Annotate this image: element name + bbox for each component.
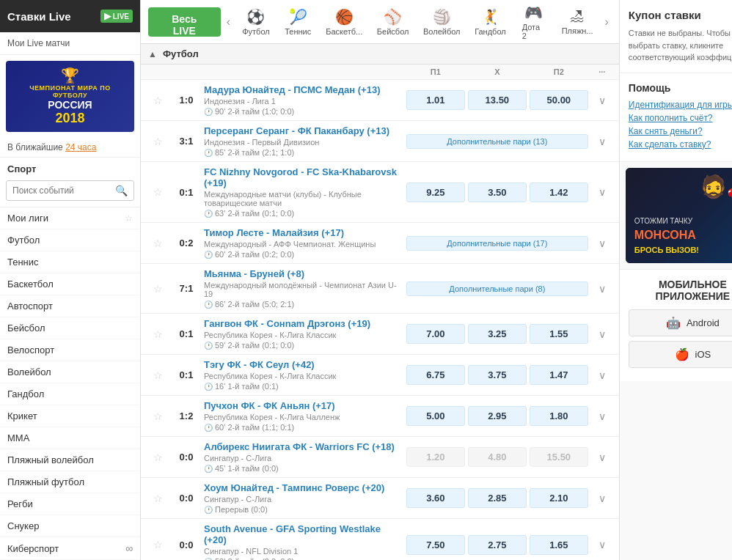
sidebar-item-beach-volleyball[interactable]: Пляжный волейбол <box>0 449 140 471</box>
sidebar-item-basketball[interactable]: Баскетбол <box>0 273 140 295</box>
p1-button[interactable]: 1.01 <box>406 90 465 110</box>
p2-button[interactable]: 1.42 <box>530 183 588 202</box>
help-link-deposit[interactable]: Как пополнить счёт? <box>629 113 732 123</box>
sidebar-item-autosport[interactable]: Автоспорт <box>0 295 140 317</box>
nav-right-arrow[interactable]: › <box>602 12 612 32</box>
russia-banner[interactable]: 🏆 ЧЕМПИОНАТ МИРА ПО ФУТБОЛУ РОССИЯ 2018 <box>6 61 134 132</box>
match-name[interactable]: Тимор Лесте - Малайзия (+17) <box>204 227 403 238</box>
favorite-button[interactable]: ☆ <box>153 369 163 381</box>
x-button[interactable]: 2.95 <box>468 406 527 426</box>
sport-tab-beach[interactable]: 🏖 Пляжн... <box>556 5 599 38</box>
p2-button[interactable]: 15.50 <box>530 447 588 467</box>
sport-tab-tennis[interactable]: 🎾 Теннис <box>279 5 318 39</box>
favorite-button[interactable]: ☆ <box>153 237 163 249</box>
match-name[interactable]: Мадура Юнайтед - ПСМС Медан (+13) <box>204 84 403 95</box>
expand-button[interactable]: ∨ <box>599 539 606 550</box>
favorite-button[interactable]: ☆ <box>153 452 163 463</box>
expand-button[interactable]: ∨ <box>599 136 606 147</box>
collapse-icon[interactable]: ▲ <box>148 49 157 59</box>
sport-tab-baseball[interactable]: ⚾ Бейсбол <box>371 5 414 39</box>
expand-button[interactable]: ∨ <box>599 283 606 295</box>
match-name[interactable]: Хоум Юнайтед - Тампинс Роверс (+20) <box>204 482 403 493</box>
sidebar-item-cycling[interactable]: Велоспорт <box>0 339 140 361</box>
sidebar-item-mma[interactable]: MMA <box>0 427 140 449</box>
expand-button[interactable]: ∨ <box>599 237 606 249</box>
x-button[interactable]: 4.80 <box>468 447 527 467</box>
sidebar-item-snooker[interactable]: Снукер <box>0 515 140 537</box>
x-button[interactable]: 3.25 <box>468 324 527 344</box>
p2-button[interactable]: 1.55 <box>530 324 588 344</box>
expand-button[interactable]: ∨ <box>599 410 606 422</box>
more-odds-button[interactable]: Дополнительные пари (8) <box>406 281 588 296</box>
expand-button[interactable]: ∨ <box>599 452 606 463</box>
sidebar-item-esports[interactable]: Киберспорт ∞ <box>0 537 140 560</box>
favorite-button[interactable]: ☆ <box>153 328 163 340</box>
expand-button[interactable]: ∨ <box>599 493 606 504</box>
favorite-button[interactable]: ☆ <box>153 493 163 504</box>
sidebar-item-rugby[interactable]: Регби <box>0 493 140 515</box>
all-live-button[interactable]: Весь LIVE <box>148 7 221 37</box>
sport-tab-basketball[interactable]: 🏀 Баскетб... <box>321 5 368 39</box>
search-input[interactable] <box>7 182 109 199</box>
favorite-button[interactable]: ☆ <box>153 136 163 147</box>
expand-button[interactable]: ∨ <box>599 328 606 340</box>
sport-tab-dota2[interactable]: 🎮 Дота 2 <box>515 1 553 43</box>
help-link-id[interactable]: Идентификация для игры <box>629 100 732 110</box>
p1-button[interactable]: 3.60 <box>406 488 465 508</box>
sidebar-item-football[interactable]: Футбол <box>0 229 140 251</box>
sidebar-item-beach-football[interactable]: Пляжный футбол <box>0 471 140 493</box>
p1-button[interactable]: 9.25 <box>406 183 465 202</box>
p2-button[interactable]: 50.00 <box>530 90 588 110</box>
x-button[interactable]: 3.50 <box>468 183 527 202</box>
sidebar-item-cricket[interactable]: Крикет <box>0 405 140 427</box>
match-name[interactable]: Пучхон ФК - ФК Аньян (+17) <box>204 400 403 411</box>
sidebar-item-tennis[interactable]: Теннис <box>0 251 140 273</box>
favorite-button[interactable]: ☆ <box>153 539 163 550</box>
sport-tab-football[interactable]: ⚽ Футбол <box>236 5 276 39</box>
android-button[interactable]: 🤖 Android <box>629 309 732 336</box>
match-name[interactable]: Мьянма - Бруней (+8) <box>204 268 403 279</box>
p1-button[interactable]: 5.00 <box>406 406 465 426</box>
x-button[interactable]: 13.50 <box>468 90 527 110</box>
help-link-withdraw[interactable]: Как снять деньги? <box>629 126 732 136</box>
favorite-button[interactable]: ☆ <box>153 186 163 198</box>
favorite-button[interactable]: ☆ <box>153 410 163 422</box>
help-link-bet[interactable]: Как сделать ставку? <box>629 139 732 150</box>
favorite-button[interactable]: ☆ <box>153 95 163 106</box>
match-name[interactable]: South Avenue - GFA Sporting Westlake (+2… <box>204 523 403 545</box>
more-odds-button[interactable]: Дополнительные пари (13) <box>406 134 588 149</box>
nearest-link[interactable]: 24 часа <box>65 142 96 152</box>
match-name[interactable]: Тэгу ФК - ФК Сеул (+42) <box>204 359 403 370</box>
sport-tab-volleyball[interactable]: 🏐 Волейбол <box>417 5 466 39</box>
p1-button[interactable]: 7.50 <box>406 535 465 555</box>
p1-button[interactable]: 1.20 <box>406 447 465 467</box>
more-odds-button[interactable]: Дополнительные пари (17) <box>406 236 588 251</box>
p2-button[interactable]: 1.47 <box>530 365 588 385</box>
match-name[interactable]: FC Nizhny Novgorod - FC Ska-Khabarovsk (… <box>204 166 403 188</box>
match-name[interactable]: Албирекс Ниигата ФК - Warriors FC (+18) <box>204 441 403 452</box>
p1-button[interactable]: 7.00 <box>406 324 465 344</box>
x-button[interactable]: 2.85 <box>468 488 527 508</box>
sidebar-item-volleyball[interactable]: Волейбол <box>0 361 140 383</box>
p1-button[interactable]: 6.75 <box>406 365 465 385</box>
sidebar-item-my-leagues[interactable]: Мои лиги ☆ <box>0 207 140 229</box>
match-name[interactable]: Персеранг Серанг - ФК Паканбару (+13) <box>204 125 403 136</box>
expand-button[interactable]: ∨ <box>599 95 606 106</box>
match-name[interactable]: Гангвон ФК - Сонnam Дрэгонз (+19) <box>204 318 403 329</box>
p2-button[interactable]: 2.10 <box>530 488 588 508</box>
help-section: Помощь Идентификация для игры Как пополн… <box>620 73 732 162</box>
sidebar-item-baseball[interactable]: Бейсбол <box>0 317 140 339</box>
search-icon[interactable]: 🔍 <box>109 181 133 200</box>
p2-button[interactable]: 1.80 <box>530 406 588 426</box>
x-button[interactable]: 3.75 <box>468 365 527 385</box>
nav-left-arrow[interactable]: ‹ <box>224 12 233 32</box>
favorite-button[interactable]: ☆ <box>153 283 163 295</box>
ios-button[interactable]: 🍎 iOS <box>629 341 732 368</box>
sidebar-item-handball[interactable]: Гандбол <box>0 383 140 405</box>
expand-button[interactable]: ∨ <box>599 369 606 381</box>
expand-button[interactable]: ∨ <box>599 186 606 198</box>
x-button[interactable]: 2.75 <box>468 535 527 555</box>
promo-banner[interactable]: 🧔🚗 ОТОЖМИ ТАЧКУ МОНСОНА БРОСЬ ВЫЗОВ! <box>626 168 732 263</box>
sport-tab-handball[interactable]: 🤾 Гандбол <box>469 5 512 39</box>
p2-button[interactable]: 1.65 <box>530 535 588 555</box>
